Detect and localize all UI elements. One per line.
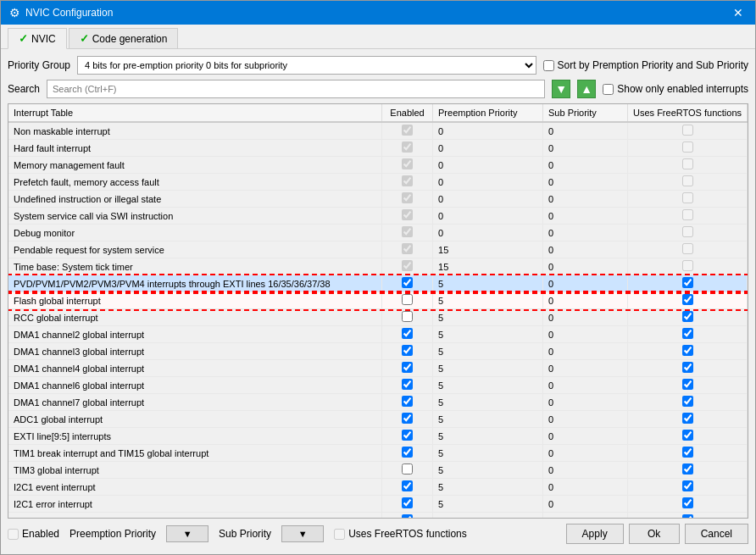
interrupt-rtos-cell[interactable] bbox=[628, 360, 748, 377]
bottom-enabled-label[interactable]: Enabled bbox=[8, 528, 59, 540]
table-row[interactable]: TIM3 global interrupt50 bbox=[8, 462, 748, 479]
interrupt-rtos-cell[interactable] bbox=[628, 174, 748, 191]
bottom-preemption-dropdown[interactable]: ▼ bbox=[166, 525, 208, 542]
interrupt-enabled-cell[interactable] bbox=[382, 411, 433, 428]
cancel-button[interactable]: Cancel bbox=[685, 524, 748, 544]
interrupt-enabled-cell[interactable] bbox=[382, 157, 433, 174]
interrupt-enabled-checkbox[interactable] bbox=[402, 413, 413, 424]
interrupt-rtos-checkbox[interactable] bbox=[682, 226, 693, 237]
interrupt-rtos-checkbox[interactable] bbox=[682, 514, 693, 518]
show-enabled-label[interactable]: Show only enabled interrupts bbox=[603, 83, 748, 95]
interrupt-rtos-cell[interactable] bbox=[628, 208, 748, 225]
table-row[interactable]: DMA1 channel4 global interrupt50 bbox=[8, 360, 748, 377]
interrupt-enabled-checkbox[interactable] bbox=[402, 447, 413, 458]
interrupt-enabled-cell[interactable] bbox=[382, 326, 433, 343]
table-row[interactable]: PVD/PVM1/PVM2/PVM3/PVM4 interrupts throu… bbox=[8, 275, 748, 292]
table-row[interactable]: Time base: System tick timer150 bbox=[8, 258, 748, 275]
table-row[interactable]: Non maskable interrupt00 bbox=[8, 122, 748, 140]
interrupt-enabled-checkbox[interactable] bbox=[402, 243, 413, 254]
interrupt-enabled-cell[interactable] bbox=[382, 377, 433, 394]
interrupt-rtos-checkbox[interactable] bbox=[682, 328, 693, 339]
close-button[interactable]: ✕ bbox=[730, 6, 747, 19]
interrupt-enabled-cell[interactable] bbox=[382, 191, 433, 208]
table-row[interactable]: Prefetch fault, memory access fault00 bbox=[8, 174, 748, 191]
interrupt-rtos-checkbox[interactable] bbox=[682, 480, 693, 491]
interrupt-enabled-cell[interactable] bbox=[382, 309, 433, 326]
interrupt-enabled-checkbox[interactable] bbox=[402, 430, 413, 441]
table-row[interactable]: DMA1 channel2 global interrupt50 bbox=[8, 326, 748, 343]
interrupt-rtos-cell[interactable] bbox=[628, 191, 748, 208]
interrupt-rtos-cell[interactable] bbox=[628, 496, 748, 513]
table-row[interactable]: DMA1 channel6 global interrupt50 bbox=[8, 377, 748, 394]
interrupt-enabled-cell[interactable] bbox=[382, 462, 433, 479]
interrupt-enabled-checkbox[interactable] bbox=[402, 311, 413, 322]
interrupt-enabled-cell[interactable] bbox=[382, 343, 433, 360]
interrupt-rtos-cell[interactable] bbox=[628, 140, 748, 157]
interrupt-rtos-checkbox[interactable] bbox=[682, 362, 693, 373]
interrupt-enabled-cell[interactable] bbox=[382, 496, 433, 513]
bottom-rtos-label[interactable]: Uses FreeRTOS functions bbox=[334, 528, 467, 540]
interrupt-enabled-cell[interactable] bbox=[382, 428, 433, 445]
table-row[interactable]: TIM1 break interrupt and TIM15 global in… bbox=[8, 445, 748, 462]
table-row[interactable]: DMA1 channel3 global interrupt50 bbox=[8, 343, 748, 360]
tab-nvic[interactable]: ✓ NVIC bbox=[8, 28, 67, 49]
interrupt-enabled-cell[interactable] bbox=[382, 394, 433, 411]
interrupt-rtos-cell[interactable] bbox=[628, 157, 748, 174]
table-row[interactable]: Pendable request for system service150 bbox=[8, 241, 748, 258]
tab-code-generation[interactable]: ✓ Code generation bbox=[69, 28, 179, 48]
interrupt-enabled-cell[interactable] bbox=[382, 513, 433, 519]
interrupt-rtos-checkbox[interactable] bbox=[682, 192, 693, 203]
table-row[interactable]: ADC1 global interrupt50 bbox=[8, 411, 748, 428]
interrupt-enabled-cell[interactable] bbox=[382, 479, 433, 496]
interrupt-enabled-checkbox[interactable] bbox=[402, 379, 413, 390]
sort-checkbox[interactable] bbox=[543, 60, 554, 71]
table-row[interactable]: Flash global interrupt50 bbox=[8, 292, 748, 309]
interrupt-enabled-cell[interactable] bbox=[382, 122, 433, 140]
table-row[interactable]: USART1 global interrupt50 bbox=[8, 513, 748, 519]
interrupt-enabled-checkbox[interactable] bbox=[402, 158, 413, 169]
search-input[interactable] bbox=[47, 80, 545, 98]
table-row[interactable]: Undefined instruction or illegal state00 bbox=[8, 191, 748, 208]
table-row[interactable]: EXTI line[9:5] interrupts50 bbox=[8, 428, 748, 445]
interrupt-enabled-checkbox[interactable] bbox=[402, 345, 413, 356]
interrupt-rtos-cell[interactable] bbox=[628, 225, 748, 241]
interrupt-enabled-cell[interactable] bbox=[382, 140, 433, 157]
interrupt-rtos-checkbox[interactable] bbox=[682, 463, 693, 475]
interrupt-enabled-checkbox[interactable] bbox=[402, 277, 413, 288]
interrupt-enabled-cell[interactable] bbox=[382, 445, 433, 462]
interrupt-table-scroll[interactable]: Interrupt Table Enabled Preemption Prior… bbox=[8, 104, 748, 518]
interrupt-rtos-cell[interactable] bbox=[628, 428, 748, 445]
interrupt-rtos-checkbox[interactable] bbox=[682, 311, 693, 322]
interrupt-rtos-checkbox[interactable] bbox=[682, 345, 693, 356]
interrupt-enabled-checkbox[interactable] bbox=[402, 209, 413, 220]
interrupt-rtos-cell[interactable] bbox=[628, 326, 748, 343]
bottom-rtos-checkbox[interactable] bbox=[334, 529, 345, 540]
interrupt-rtos-cell[interactable] bbox=[628, 343, 748, 360]
interrupt-rtos-checkbox[interactable] bbox=[682, 175, 693, 186]
interrupt-rtos-cell[interactable] bbox=[628, 394, 748, 411]
interrupt-enabled-cell[interactable] bbox=[382, 275, 433, 292]
interrupt-rtos-cell[interactable] bbox=[628, 462, 748, 479]
interrupt-rtos-cell[interactable] bbox=[628, 309, 748, 326]
table-row[interactable]: System service call via SWI instruction0… bbox=[8, 208, 748, 225]
interrupt-enabled-cell[interactable] bbox=[382, 241, 433, 258]
interrupt-enabled-cell[interactable] bbox=[382, 208, 433, 225]
interrupt-rtos-checkbox[interactable] bbox=[682, 125, 693, 136]
interrupt-enabled-checkbox[interactable] bbox=[402, 226, 413, 237]
table-row[interactable]: Hard fault interrupt00 bbox=[8, 140, 748, 157]
interrupt-rtos-checkbox[interactable] bbox=[682, 158, 693, 169]
sort-checkbox-label[interactable]: Sort by Premption Priority and Sub Prior… bbox=[543, 59, 748, 71]
interrupt-enabled-checkbox[interactable] bbox=[402, 328, 413, 339]
interrupt-rtos-cell[interactable] bbox=[628, 479, 748, 496]
interrupt-enabled-cell[interactable] bbox=[382, 292, 433, 309]
interrupt-rtos-checkbox[interactable] bbox=[682, 497, 693, 508]
interrupt-rtos-cell[interactable] bbox=[628, 275, 748, 292]
interrupt-enabled-checkbox[interactable] bbox=[402, 514, 413, 518]
interrupt-enabled-checkbox[interactable] bbox=[402, 175, 413, 186]
table-row[interactable]: DMA1 channel7 global interrupt50 bbox=[8, 394, 748, 411]
interrupt-enabled-cell[interactable] bbox=[382, 225, 433, 241]
interrupt-rtos-cell[interactable] bbox=[628, 513, 748, 519]
interrupt-rtos-checkbox[interactable] bbox=[682, 142, 693, 153]
interrupt-rtos-checkbox[interactable] bbox=[682, 430, 693, 441]
table-row[interactable]: Memory management fault00 bbox=[8, 157, 748, 174]
